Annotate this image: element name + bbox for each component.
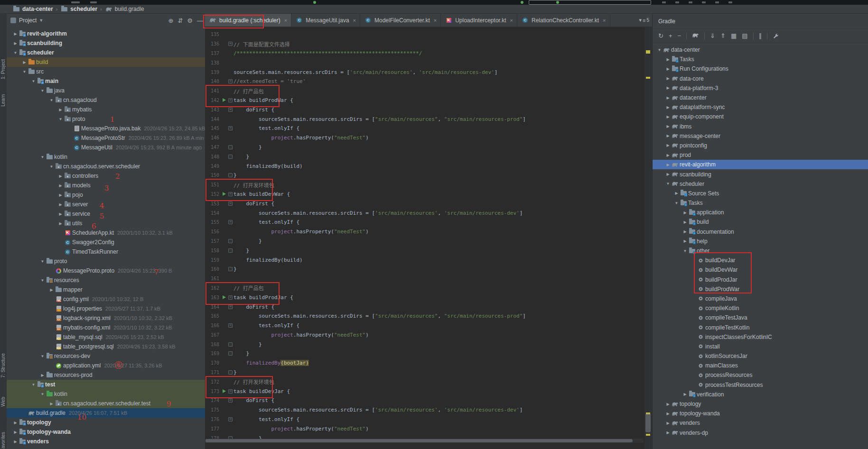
fold-marker-icon[interactable]: −: [228, 398, 233, 403]
expand-arrow-icon[interactable]: ▼: [30, 79, 37, 83]
expand-arrow-icon[interactable]: ▶: [682, 220, 688, 224]
chevron-down-icon[interactable]: ▼: [39, 18, 43, 23]
gradle-tree-item[interactable]: ▶help: [653, 237, 868, 246]
project-tree-item[interactable]: ▶build: [7, 57, 205, 67]
gradle-tree-item[interactable]: ▶ibms: [653, 122, 868, 131]
fold-gutter-slot[interactable]: −: [227, 398, 233, 403]
fold-gutter-slot[interactable]: −: [227, 79, 233, 83]
expand-arrow-icon[interactable]: ▶: [665, 153, 671, 157]
expand-arrow-icon[interactable]: ▶: [665, 172, 671, 176]
expand-arrow-icon[interactable]: ▶: [665, 412, 671, 416]
project-tree-item[interactable]: <>mybatis-config.xml2020/1/10 10:32, 3.2…: [7, 323, 205, 332]
fold-marker-icon[interactable]: −: [228, 417, 233, 422]
gradle-tree-item[interactable]: install: [653, 342, 868, 351]
fold-marker-icon[interactable]: [228, 351, 233, 356]
expand-arrow-icon[interactable]: ▼: [673, 201, 680, 205]
gradle-tree-item[interactable]: ▼Tasks: [653, 198, 868, 208]
fold-marker-icon[interactable]: −: [228, 108, 233, 112]
fold-gutter-slot[interactable]: −: [227, 323, 233, 328]
breadcrumb-item[interactable]: scheduler: [60, 6, 97, 12]
expand-arrow-icon[interactable]: ▶: [57, 202, 64, 207]
expand-arrow-icon[interactable]: ▶: [682, 392, 688, 396]
fold-gutter-slot[interactable]: [227, 155, 233, 159]
gradle-tree-item[interactable]: ▶venders: [653, 418, 868, 428]
gradle-tree-item[interactable]: ▶dataplatform-sync: [653, 102, 868, 112]
expand-arrow-icon[interactable]: ▼: [39, 89, 46, 93]
show-dependencies-icon[interactable]: ▤: [742, 32, 747, 39]
editor-tab[interactable]: CMessageUtil.java×: [291, 14, 360, 27]
gradle-tree-item[interactable]: ▶data-platform-3: [653, 83, 868, 93]
project-tree-item[interactable]: CTimedTaskRunner: [7, 247, 205, 257]
gradle-tree-item[interactable]: ▶data-core: [653, 74, 868, 83]
gradle-tree-item[interactable]: ▼scheduler: [653, 179, 868, 189]
gradle-tree-item[interactable]: ▶Source Sets: [653, 189, 868, 198]
expand-arrow-icon[interactable]: ▼: [39, 392, 46, 396]
expand-arrow-icon[interactable]: ▼: [656, 48, 663, 52]
fold-marker-icon[interactable]: −: [228, 220, 233, 224]
expand-arrow-icon[interactable]: ▶: [665, 96, 671, 100]
gradle-tree-item[interactable]: ▶datacenter: [653, 93, 868, 102]
project-tree-item[interactable]: SQLtable_postgresql.sql2020/4/26 15:23, …: [7, 342, 205, 351]
project-tree-item[interactable]: ▼proto: [7, 114, 205, 124]
fold-marker-icon[interactable]: [228, 370, 233, 375]
project-tree-item[interactable]: ▼scheduler: [7, 48, 205, 57]
expand-arrow-icon[interactable]: ▶: [12, 430, 19, 434]
gradle-tree-item[interactable]: ▶documentation: [653, 227, 868, 237]
fold-gutter-slot[interactable]: [227, 239, 233, 243]
fold-marker-icon[interactable]: −: [228, 295, 233, 300]
close-icon[interactable]: ×: [284, 18, 287, 23]
project-tree-item[interactable]: CMessageUtil2020/4/26 15:23, 992 B A min…: [7, 143, 205, 152]
settings-gear-icon[interactable]: ⚙: [187, 17, 193, 24]
expand-arrow-icon[interactable]: ▼: [39, 259, 46, 264]
fold-gutter-slot[interactable]: −: [227, 220, 233, 224]
project-tree-item[interactable]: SQLtable_mysql.sql2020/4/26 15:23, 2.52 …: [7, 332, 205, 342]
project-tree-item[interactable]: ▶service: [7, 209, 205, 219]
fold-marker-icon[interactable]: [228, 145, 233, 149]
project-tree-item[interactable]: ▶venders: [7, 437, 205, 446]
expand-arrow-icon[interactable]: ▼: [682, 249, 688, 253]
gradle-tree-item[interactable]: compileTestJava: [653, 313, 868, 322]
expand-arrow-icon[interactable]: ▼: [48, 98, 55, 102]
project-tree-item[interactable]: ▶mapper: [7, 285, 205, 294]
expand-arrow-icon[interactable]: ▶: [57, 174, 64, 178]
group-modules-icon[interactable]: ▦: [731, 32, 737, 39]
expand-arrow-icon[interactable]: ▶: [682, 239, 688, 243]
gradle-tree-item[interactable]: buildDevJar: [653, 256, 868, 265]
editor-tab[interactable]: KUploadInterceptor.kt×: [441, 14, 517, 27]
run-task-icon[interactable]: [223, 192, 226, 196]
expand-arrow-icon[interactable]: ▶: [665, 86, 671, 90]
expand-arrow-icon[interactable]: ▶: [39, 373, 46, 377]
expand-arrow-icon[interactable]: ▶: [12, 440, 19, 444]
expand-arrow-icon[interactable]: ▶: [57, 108, 64, 112]
expand-arrow-icon[interactable]: ▼: [48, 165, 55, 169]
gradle-tree-item[interactable]: ▼other: [653, 246, 868, 256]
breadcrumb-item[interactable]: data-center: [12, 6, 53, 12]
project-tree-item[interactable]: ▶pojo: [7, 190, 205, 200]
fold-gutter-slot[interactable]: [227, 267, 233, 271]
hide-icon[interactable]: —: [197, 17, 203, 24]
gradle-tree-item[interactable]: compileTestKotlin: [653, 322, 868, 332]
expand-arrow-icon[interactable]: ▶: [48, 288, 55, 292]
code-editor[interactable]: 135136−// 下面是配置文件选择137/*****************…: [205, 27, 652, 443]
fold-marker-icon[interactable]: −: [228, 323, 233, 328]
fold-marker-icon[interactable]: −: [228, 389, 233, 394]
project-tree-item[interactable]: ▶topology-wanda: [7, 427, 205, 437]
add-icon[interactable]: +: [669, 32, 672, 39]
fold-gutter-slot[interactable]: −: [227, 192, 233, 196]
gradle-tree-item[interactable]: ▶build: [653, 217, 868, 227]
run-gutter-slot[interactable]: [221, 295, 227, 299]
gradle-tree-item[interactable]: compileKotlin: [653, 303, 868, 313]
fold-marker-icon[interactable]: −: [228, 202, 233, 206]
fold-marker-icon[interactable]: [228, 248, 233, 253]
expand-arrow-icon[interactable]: ▶: [665, 421, 671, 425]
gradle-tree-item[interactable]: ▼data-center: [653, 45, 868, 55]
expand-arrow-icon[interactable]: ▶: [665, 124, 671, 128]
collapse-all-icon[interactable]: ⇑: [720, 32, 726, 39]
project-tree-item[interactable]: ▶resources-prod: [7, 370, 205, 380]
fold-gutter-slot[interactable]: −: [227, 98, 233, 102]
expand-arrow-icon[interactable]: ▶: [665, 134, 671, 138]
gradle-tree-item[interactable]: ▶topology-wanda: [653, 409, 868, 418]
gradle-elephant-icon[interactable]: [692, 32, 699, 39]
close-icon[interactable]: ×: [603, 18, 606, 23]
expand-arrow-icon[interactable]: ▶: [57, 212, 64, 216]
